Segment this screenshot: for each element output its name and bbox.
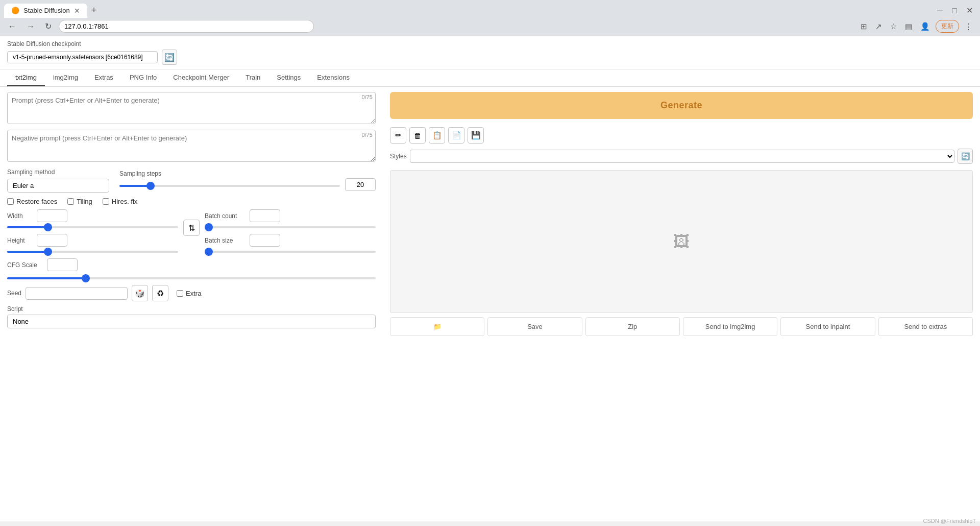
forward-btn[interactable]: → (23, 21, 38, 32)
browser-chrome: 🟠 Stable Diffusion ✕ + ─ □ ✕ ← → ↻ ⊞ ↗ ☆… (0, 0, 980, 36)
clipboard-in-btn[interactable]: 📋 (429, 127, 445, 144)
close-window-btn[interactable]: ✕ (963, 5, 976, 16)
update-btn[interactable]: 更新 (936, 20, 959, 33)
minimize-btn[interactable]: ─ (934, 5, 946, 16)
active-tab: 🟠 Stable Diffusion ✕ (4, 4, 87, 18)
cfg-scale-input[interactable]: 7 (47, 258, 78, 271)
hires-fix-checkbox[interactable]: Hires. fix (103, 198, 138, 205)
back-btn[interactable]: ← (5, 21, 19, 32)
width-input[interactable]: 512 (37, 209, 67, 222)
profile-icon[interactable]: 👤 (918, 21, 933, 32)
seed-recycle-btn[interactable]: ♻ (152, 285, 168, 301)
batch-count-input[interactable]: 1 (250, 209, 280, 222)
tiling-input[interactable] (67, 198, 74, 205)
sampling-steps-label: Sampling steps (119, 170, 376, 177)
browser-actions: ⊞ ↗ ☆ ▤ 👤 更新 ⋮ (858, 20, 975, 33)
send-to-inpaint-btn[interactable]: Send to inpaint (780, 317, 875, 336)
clipboard-out-btn[interactable]: 📄 (448, 127, 464, 144)
tab-settings[interactable]: Settings (268, 69, 309, 86)
menu-icon[interactable]: ⋮ (962, 21, 975, 32)
checkboxes-row: Restore faces Tiling Hires. fix (7, 198, 376, 205)
cfg-scale-slider[interactable] (7, 277, 376, 279)
right-panel: Generate ✏ 🗑 📋 📄 💾 Styles 🔄 🖼 (383, 87, 980, 341)
sampling-steps-group: Sampling steps 20 (119, 170, 376, 191)
zip-btn[interactable]: Zip (585, 317, 680, 336)
sampling-steps-slider[interactable] (119, 185, 340, 187)
tab-train[interactable]: Train (237, 69, 268, 86)
sampling-method-group: Sampling method Euler a (7, 169, 109, 193)
batch-count-slider[interactable] (205, 226, 376, 228)
dimensions-group: Width 512 Height 512 (7, 209, 178, 254)
trash-btn[interactable]: 🗑 (409, 127, 426, 144)
address-input[interactable] (59, 20, 314, 33)
negative-prompt-input[interactable] (7, 130, 376, 162)
batch-count-row: Batch count 1 (205, 209, 376, 222)
watermark: CSDN @FriendshipT (923, 518, 976, 521)
sidebar-icon[interactable]: ▤ (902, 21, 915, 32)
tab-pnginfo[interactable]: PNG Info (121, 69, 165, 86)
extra-input[interactable] (177, 290, 183, 297)
generate-btn[interactable]: Generate (390, 92, 973, 119)
open-folder-btn[interactable]: 📁 (390, 317, 484, 336)
height-slider[interactable] (7, 251, 178, 253)
hires-fix-label: Hires. fix (112, 198, 138, 205)
width-row: Width 512 (7, 209, 178, 222)
tab-extensions[interactable]: Extensions (309, 69, 358, 86)
bookmark-icon[interactable]: ☆ (888, 21, 899, 32)
generate-section: Generate (390, 92, 973, 119)
left-panel: 0/75 0/75 Sampling method Euler a Sampli… (0, 87, 383, 341)
script-select[interactable]: None (7, 315, 376, 328)
script-label: Script (7, 305, 376, 313)
styles-select[interactable] (410, 150, 954, 163)
batch-group: Batch count 1 Batch size 1 (205, 209, 376, 254)
styles-row: Styles 🔄 (390, 149, 973, 164)
batch-size-row: Batch size 1 (205, 234, 376, 247)
restore-faces-checkbox[interactable]: Restore faces (7, 198, 57, 205)
cfg-scale-group: CFG Scale 7 (7, 258, 376, 281)
translate-icon[interactable]: ⊞ (858, 21, 870, 32)
height-input[interactable]: 512 (37, 234, 67, 247)
save-style-btn[interactable]: 💾 (468, 127, 484, 144)
swap-btn-container: ⇅ (183, 209, 200, 236)
width-slider[interactable] (7, 226, 178, 228)
pencil-btn[interactable]: ✏ (390, 127, 406, 144)
tiling-checkbox[interactable]: Tiling (67, 198, 92, 205)
send-to-img2img-btn[interactable]: Send to img2img (683, 317, 777, 336)
styles-label: Styles (390, 153, 407, 160)
seed-dice-btn[interactable]: 🎲 (132, 285, 148, 301)
address-bar: ← → ↻ ⊞ ↗ ☆ ▤ 👤 更新 ⋮ (0, 18, 980, 36)
sampling-steps-input[interactable]: 20 (345, 178, 376, 191)
sampling-controls-row: Sampling method Euler a Sampling steps 2… (7, 169, 376, 193)
positive-prompt-input[interactable] (7, 92, 376, 124)
tab-txt2img[interactable]: txt2img (7, 69, 45, 86)
tab-checkpoint-merger[interactable]: Checkpoint Merger (165, 69, 237, 86)
action-buttons: 📁 Save Zip Send to img2img Send to inpai… (390, 317, 973, 336)
batch-size-input[interactable]: 1 (250, 234, 280, 247)
checkpoint-refresh-btn[interactable]: 🔄 (162, 50, 177, 65)
checkpoint-select[interactable]: v1-5-pruned-emaonly.safetensors [6ce0161… (7, 51, 158, 63)
styles-refresh-btn[interactable]: 🔄 (958, 149, 973, 164)
batch-size-slider[interactable] (205, 251, 376, 253)
tab-extras[interactable]: Extras (86, 69, 121, 86)
main-layout: 0/75 0/75 Sampling method Euler a Sampli… (0, 87, 980, 341)
sampling-steps-slider-container (119, 181, 340, 188)
swap-dimensions-btn[interactable]: ⇅ (183, 220, 200, 236)
restore-faces-input[interactable] (7, 198, 14, 205)
share-icon[interactable]: ↗ (873, 21, 885, 32)
maximize-btn[interactable]: □ (949, 5, 960, 16)
sampling-method-select[interactable]: Euler a (7, 179, 109, 193)
new-tab-btn[interactable]: + (87, 3, 101, 18)
image-preview: 🖼 (390, 170, 973, 313)
seed-input[interactable]: -1 (26, 287, 128, 300)
save-btn[interactable]: Save (487, 317, 582, 336)
width-label: Width (7, 212, 33, 220)
hires-fix-input[interactable] (103, 198, 109, 205)
tab-img2img[interactable]: img2img (45, 69, 86, 86)
style-tools: ✏ 🗑 📋 📄 💾 (390, 127, 973, 144)
reload-btn[interactable]: ↻ (42, 20, 55, 32)
script-row: Script None (7, 305, 376, 328)
checkpoint-label: Stable Diffusion checkpoint (7, 40, 177, 47)
tab-close-btn[interactable]: ✕ (74, 7, 80, 15)
send-to-extras-btn[interactable]: Send to extras (878, 317, 973, 336)
extra-checkbox[interactable]: Extra (177, 290, 201, 297)
